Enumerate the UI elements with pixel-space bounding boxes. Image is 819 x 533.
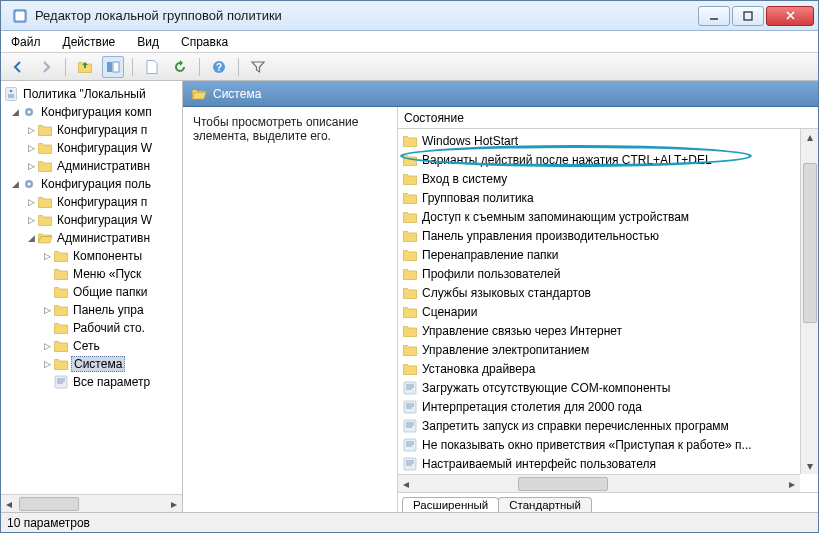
- show-hide-tree-button[interactable]: [102, 56, 124, 78]
- tree-item[interactable]: ▷Конфигурация п: [1, 193, 182, 211]
- titlebar: Редактор локальной групповой политики: [1, 1, 818, 31]
- menu-help[interactable]: Справка: [177, 33, 232, 51]
- tree-item[interactable]: ▷Административн: [1, 157, 182, 175]
- tree-item[interactable]: ▷Сеть: [1, 337, 182, 355]
- menu-file[interactable]: Файл: [7, 33, 45, 51]
- tree-system[interactable]: ▷Система: [1, 355, 182, 373]
- setting-icon: [402, 380, 418, 396]
- list-item[interactable]: Не показывать окно приветствия «Приступа…: [402, 435, 796, 454]
- list-item-label: Перенаправление папки: [422, 248, 559, 262]
- description-text: Чтобы просмотреть описание элемента, выд…: [193, 115, 358, 143]
- gpedit-window: Редактор локальной групповой политики Фа…: [0, 0, 819, 533]
- help-button[interactable]: ?: [208, 56, 230, 78]
- list-item[interactable]: Доступ к съемным запоминающим устройства…: [402, 207, 796, 226]
- filter-button[interactable]: [247, 56, 269, 78]
- list-item[interactable]: Службы языковых стандартов: [402, 283, 796, 302]
- tree-admin-templates[interactable]: ◢Административн: [1, 229, 182, 247]
- list-item-label: Сценарии: [422, 305, 477, 319]
- setting-icon: [402, 437, 418, 453]
- list-item[interactable]: Панель управления производительностью: [402, 226, 796, 245]
- menu-action[interactable]: Действие: [59, 33, 120, 51]
- details-header: Система: [183, 81, 818, 107]
- list-item[interactable]: Интерпретация столетия для 2000 года: [402, 397, 796, 416]
- tab-extended[interactable]: Расширенный: [402, 497, 499, 512]
- tree-item[interactable]: Рабочий сто.: [1, 319, 182, 337]
- maximize-button[interactable]: [732, 6, 764, 26]
- list-item[interactable]: Установка драйвера: [402, 359, 796, 378]
- view-tabs: Расширенный Стандартный: [398, 492, 818, 512]
- tab-standard[interactable]: Стандартный: [498, 497, 592, 512]
- setting-icon: [402, 456, 418, 472]
- column-header[interactable]: Состояние: [398, 107, 818, 129]
- list-item-label: Настраиваемый интерфейс пользователя: [422, 457, 656, 471]
- tree-root[interactable]: Политика "Локальный: [1, 85, 182, 103]
- folder-icon: [191, 86, 207, 102]
- folder-icon: [402, 171, 418, 187]
- list-item-label: Профили пользователей: [422, 267, 560, 281]
- folder-icon: [402, 323, 418, 339]
- back-button[interactable]: [7, 56, 29, 78]
- list-item-label: Загружать отсутствующие COM-компоненты: [422, 381, 670, 395]
- list-item-label: Варианты действий после нажатия CTRL+ALT…: [422, 153, 712, 167]
- list-item-label: Управление связью через Интернет: [422, 324, 622, 338]
- list-item[interactable]: Управление электропитанием: [402, 340, 796, 359]
- list-item[interactable]: Windows HotStart: [402, 131, 796, 150]
- folder-icon: [402, 133, 418, 149]
- folder-icon: [402, 247, 418, 263]
- list-item-label: Панель управления производительностью: [422, 229, 659, 243]
- properties-button[interactable]: [141, 56, 163, 78]
- tree-item[interactable]: ▷Компоненты: [1, 247, 182, 265]
- setting-icon: [402, 399, 418, 415]
- list-item-label: Windows HotStart: [422, 134, 518, 148]
- list-item[interactable]: Вход в систему: [402, 169, 796, 188]
- tree-item[interactable]: ▷Конфигурация п: [1, 121, 182, 139]
- refresh-button[interactable]: [169, 56, 191, 78]
- list-item-label: Вход в систему: [422, 172, 507, 186]
- folder-icon: [402, 152, 418, 168]
- list-item[interactable]: Перенаправление папки: [402, 245, 796, 264]
- tree-item[interactable]: ▷Панель упра: [1, 301, 182, 319]
- minimize-button[interactable]: [698, 6, 730, 26]
- folder-icon: [402, 190, 418, 206]
- folder-icon: [402, 361, 418, 377]
- tree-computer-config[interactable]: ◢Конфигурация комп: [1, 103, 182, 121]
- svg-text:?: ?: [216, 62, 222, 73]
- policy-tree[interactable]: Политика "Локальный ◢Конфигурация комп ▷…: [1, 81, 182, 494]
- list-item[interactable]: Сценарии: [402, 302, 796, 321]
- list-item[interactable]: Групповая политика: [402, 188, 796, 207]
- svg-rect-6: [16, 11, 25, 20]
- tree-item[interactable]: Общие папки: [1, 283, 182, 301]
- app-icon: [11, 7, 29, 25]
- list-item-label: Службы языковых стандартов: [422, 286, 591, 300]
- list-item[interactable]: Запретить запуск из справки перечисленны…: [402, 416, 796, 435]
- tree-user-config[interactable]: ◢Конфигурация поль: [1, 175, 182, 193]
- tree-item[interactable]: Меню «Пуск: [1, 265, 182, 283]
- list-vscrollbar[interactable]: ▴▾: [800, 129, 818, 474]
- list-item-label: Не показывать окно приветствия «Приступа…: [422, 438, 752, 452]
- list-hscrollbar[interactable]: ◂▸: [398, 474, 800, 492]
- tree-item[interactable]: ▷Конфигурация W: [1, 139, 182, 157]
- list-item[interactable]: Варианты действий после нажатия CTRL+ALT…: [402, 150, 796, 169]
- tree-item[interactable]: ▷Конфигурация W: [1, 211, 182, 229]
- tree-hscrollbar[interactable]: ◂▸: [1, 494, 182, 512]
- close-button[interactable]: [766, 6, 814, 26]
- folder-icon: [402, 304, 418, 320]
- list-item-label: Доступ к съемным запоминающим устройства…: [422, 210, 689, 224]
- forward-button[interactable]: [35, 56, 57, 78]
- folder-icon: [402, 342, 418, 358]
- tree-all-settings[interactable]: Все параметр: [1, 373, 182, 391]
- list-item[interactable]: Загружать отсутствующие COM-компоненты: [402, 378, 796, 397]
- details-pane: Система Чтобы просмотреть описание элеме…: [183, 81, 818, 512]
- folder-icon: [402, 266, 418, 282]
- list-item[interactable]: Настраиваемый интерфейс пользователя: [402, 454, 796, 473]
- folder-icon: [402, 228, 418, 244]
- menu-view[interactable]: Вид: [133, 33, 163, 51]
- content-area: Политика "Локальный ◢Конфигурация комп ▷…: [1, 81, 818, 512]
- list-item[interactable]: Профили пользователей: [402, 264, 796, 283]
- list-item-label: Интерпретация столетия для 2000 года: [422, 400, 642, 414]
- description-panel: Чтобы просмотреть описание элемента, выд…: [183, 107, 398, 512]
- up-button[interactable]: [74, 56, 96, 78]
- list-item[interactable]: Управление связью через Интернет: [402, 321, 796, 340]
- svg-rect-9: [107, 62, 112, 72]
- list-item-label: Управление электропитанием: [422, 343, 589, 357]
